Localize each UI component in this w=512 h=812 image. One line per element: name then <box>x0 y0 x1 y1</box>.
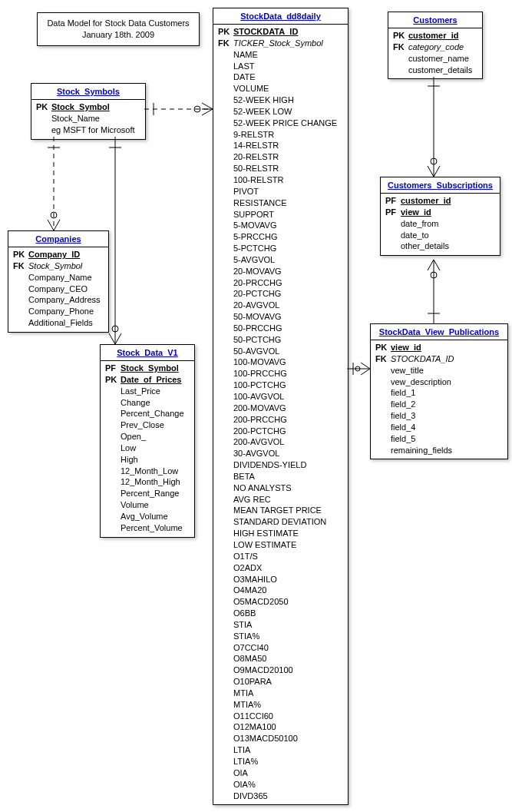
entity-companies: Companies PKCompany_IDFKStock_SymbolComp… <box>8 230 109 333</box>
attr-row: eg MSFT for Microsoft <box>31 124 145 136</box>
attr-prefix <box>218 254 233 266</box>
attr-row: 20-PCTCHG <box>213 288 348 300</box>
attr-name: OIA% <box>233 779 343 790</box>
svg-point-15 <box>112 326 118 332</box>
attr-row: vew_description <box>371 376 507 388</box>
attr-prefix <box>218 516 233 528</box>
attr-prefix <box>218 619 233 631</box>
attr-row: field_5 <box>371 433 507 445</box>
attr-row: Company_Phone <box>8 306 108 317</box>
attr-row: PKcustomer_id <box>388 30 482 41</box>
attr-name: O9MACD20100 <box>233 665 343 676</box>
attr-name: field_5 <box>391 433 503 445</box>
attr-row: PKview_id <box>371 342 507 353</box>
attr-row: O3MAHILO <box>213 574 348 585</box>
attr-row: 200-PRCCHG <box>213 414 348 426</box>
attr-name: 20-AVGVOL <box>233 300 343 311</box>
entity-header: StockData_dd8daily <box>213 8 348 25</box>
svg-line-2 <box>202 103 213 109</box>
attr-name: High <box>121 454 190 466</box>
attr-name: 50-PRCCHG <box>233 323 343 334</box>
attr-prefix <box>218 334 233 346</box>
svg-line-18 <box>361 363 370 369</box>
attr-row: Open_ <box>101 431 194 442</box>
attr-prefix: PK <box>36 101 51 113</box>
attr-name: 30-AVGVOL <box>233 448 343 459</box>
attr-row: 52-WEEK PRICE CHANGE <box>213 118 348 129</box>
attr-name: field_1 <box>391 387 503 399</box>
attr-name: Company_ID <box>28 249 104 260</box>
attr-row: 5-PCTCHG <box>213 243 348 254</box>
attr-name: 200-PCTCHG <box>233 426 343 437</box>
attr-name: Stock_Name <box>51 113 140 124</box>
entity-header: StockData_View_Publications <box>371 324 507 340</box>
attr-prefix <box>218 699 233 711</box>
attr-name: 20-MOVAVG <box>233 266 343 277</box>
entity-attrs: PKSTOCKDATA_IDFKTICKER_Stock_SymbolNAMEL… <box>213 25 348 804</box>
attr-prefix <box>218 61 233 72</box>
attr-name: O12MA100 <box>233 721 343 733</box>
attr-name: DIVD365 <box>233 790 343 802</box>
attr-row: O12MA100 <box>213 721 348 733</box>
attr-prefix <box>218 311 233 323</box>
attr-row: Last_Price <box>101 386 194 397</box>
attr-name: 100-PCTCHG <box>233 379 343 391</box>
attr-row: 200-PCTCHG <box>213 426 348 437</box>
attr-row: other_details <box>381 240 500 252</box>
attr-name: 50-RELSTR <box>233 163 343 174</box>
attr-prefix <box>218 71 233 83</box>
attr-prefix <box>218 505 233 516</box>
attr-row: 52-WEEK HIGH <box>213 94 348 106</box>
attr-prefix <box>218 688 233 699</box>
attr-name: Company_Phone <box>28 306 104 317</box>
attr-row: PKCompany_ID <box>8 249 108 260</box>
attr-row: PKSTOCKDATA_ID <box>213 26 348 38</box>
attr-prefix: PK <box>13 249 28 260</box>
attr-prefix <box>218 356 233 368</box>
attr-row: 100-PCTCHG <box>213 379 348 391</box>
attr-prefix <box>105 397 121 409</box>
svg-line-13 <box>109 333 115 344</box>
attr-prefix <box>218 83 233 94</box>
attr-prefix <box>105 431 121 442</box>
attr-name: Prev_Close <box>121 419 190 431</box>
attr-prefix <box>218 140 233 151</box>
attr-row: field_3 <box>371 410 507 422</box>
attr-prefix <box>218 231 233 243</box>
attr-row: 20-AVGVOL <box>213 300 348 311</box>
attr-prefix <box>105 511 121 522</box>
attr-prefix <box>218 368 233 379</box>
svg-line-23 <box>428 166 434 177</box>
attr-name: 5-AVGVOL <box>233 254 343 266</box>
attr-prefix <box>218 608 233 619</box>
attr-name: O4MA20 <box>233 585 343 596</box>
attr-name: NAME <box>233 49 343 61</box>
attr-prefix <box>218 539 233 551</box>
attr-row: 9-RELSTR <box>213 129 348 141</box>
attr-row: Low <box>101 442 194 454</box>
attr-prefix: FK <box>393 41 408 53</box>
attr-name: 20-PRCCHG <box>233 277 343 289</box>
attr-row: O9MACD20100 <box>213 665 348 676</box>
attr-row: 5-MOVAVG <box>213 220 348 231</box>
attr-row: LTIA% <box>213 756 348 767</box>
attr-row: NO ANALYSTS <box>213 482 348 494</box>
attr-row: 100-RELSTR <box>213 174 348 186</box>
attr-name: customer_id <box>408 30 477 41</box>
attr-row: 50-PCTCHG <box>213 334 348 346</box>
attr-row: 14-RELSTR <box>213 140 348 151</box>
attr-name: Company_Address <box>28 294 104 306</box>
attr-name: 5-MOVAVG <box>233 220 343 231</box>
attr-row: 200-AVGVOL <box>213 436 348 448</box>
attr-prefix <box>218 790 233 802</box>
attr-prefix: FK <box>218 38 233 49</box>
svg-point-25 <box>431 158 437 164</box>
attr-name: 100-PRCCHG <box>233 368 343 379</box>
attr-row: 20-RELSTR <box>213 151 348 163</box>
entity-header: Companies <box>8 231 108 247</box>
attr-row: O6BB <box>213 608 348 619</box>
attr-prefix: PK <box>105 374 121 386</box>
attr-name: O11CCI60 <box>233 711 343 722</box>
attr-prefix <box>218 163 233 174</box>
attr-prefix <box>218 288 233 300</box>
